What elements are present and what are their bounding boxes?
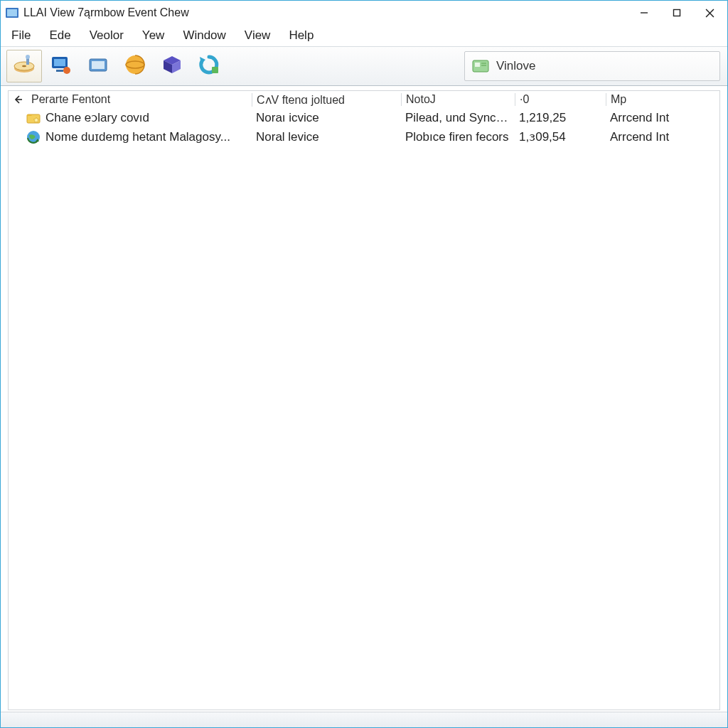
cell-number: 1,219,25 — [515, 111, 606, 125]
column-header-2[interactable]: NotoJ — [401, 93, 515, 106]
window-title: LLAI View 7ąrmbow Event Chew — [23, 6, 189, 19]
column-header-row: Perarte Fentont CʌV ftenɑ joltued NotoJ … — [9, 91, 719, 108]
maximize-button[interactable] — [660, 2, 693, 23]
toolbar-globe-button[interactable] — [117, 50, 153, 82]
toolbar-box-button[interactable] — [154, 50, 190, 82]
toolbar-refresh-button[interactable] — [191, 50, 227, 82]
cell-type: Noraı icvice — [252, 111, 401, 125]
title-bar: LLAI View 7ąrmbow Event Chew — [1, 1, 727, 25]
cell-mp: Arrcend Int — [606, 111, 691, 125]
svg-rect-1 — [7, 9, 17, 16]
svg-rect-3 — [674, 10, 680, 16]
column-header-3[interactable]: ·0 — [515, 93, 606, 106]
card-icon — [472, 58, 489, 74]
cell-name: Nome duɪdemg hetant Malagosy... — [46, 129, 252, 144]
column-header-4[interactable]: Mp — [606, 93, 691, 106]
rows-container: Chane eɔlary covıd Noraı icvice Pilead, … — [9, 108, 719, 710]
cell-type: Noral levice — [252, 130, 401, 144]
app-icon — [5, 6, 19, 20]
svg-point-14 — [63, 67, 70, 74]
table-row[interactable]: Chane eɔlary covıd Noraı icvice Pilead, … — [9, 108, 719, 127]
toolbar-disk-button[interactable] — [6, 50, 42, 82]
menu-window[interactable]: Window — [173, 26, 235, 45]
box-icon — [160, 53, 184, 80]
app-window: LLAI View 7ąrmbow Event Chew File Ede Ve… — [0, 0, 728, 728]
close-button[interactable] — [693, 2, 726, 23]
svg-point-10 — [26, 55, 30, 59]
disk-icon — [12, 53, 36, 80]
column-header-0[interactable]: Perarte Fentont — [27, 93, 252, 106]
search-box[interactable]: Vinlove — [464, 51, 720, 81]
table-row[interactable]: Nome duɪdemg hetant Malagosy... Noral le… — [9, 127, 719, 146]
menu-bar: File Ede Veolor Yew Window View Help — [1, 25, 727, 46]
folder-star-icon — [26, 110, 41, 126]
svg-rect-16 — [92, 61, 105, 69]
toolbar: Vinlove — [1, 46, 727, 86]
toolbar-computer-button[interactable] — [43, 50, 79, 82]
svg-rect-13 — [56, 70, 63, 72]
svg-rect-21 — [475, 63, 480, 67]
minimize-button[interactable] — [628, 2, 660, 23]
cell-name: Chane eɔlary covıd — [46, 110, 252, 125]
cell-mp: Arrcend Int — [606, 130, 691, 144]
toolbar-folder-button[interactable] — [80, 50, 116, 82]
menu-help[interactable]: Help — [279, 26, 323, 45]
back-button[interactable] — [10, 92, 26, 107]
menu-view[interactable]: View — [235, 26, 280, 45]
menu-veolor[interactable]: Veolor — [80, 26, 133, 45]
cell-note: Plobıce firen fecors — [401, 130, 515, 144]
column-header-1[interactable]: CʌV ftenɑ joltued — [252, 93, 401, 107]
cell-number: 1,ɜ09,54 — [515, 129, 606, 144]
search-label: Vinlove — [496, 59, 535, 73]
svg-rect-19 — [212, 67, 218, 73]
cell-note: Pilead, und Syncanl) — [401, 111, 515, 125]
content-area: Perarte Fentont CʌV ftenɑ joltued NotoJ … — [8, 90, 720, 710]
menu-yew[interactable]: Yew — [133, 26, 174, 45]
menu-ede[interactable]: Ede — [40, 26, 80, 45]
folder-icon — [86, 53, 110, 80]
menu-file[interactable]: File — [2, 26, 40, 45]
status-bar — [1, 712, 727, 727]
refresh-icon — [197, 53, 221, 80]
globe-refresh-icon — [26, 129, 41, 145]
svg-point-8 — [22, 65, 26, 67]
svg-rect-12 — [54, 59, 65, 66]
globe-icon — [123, 53, 147, 80]
computer-icon — [49, 53, 73, 80]
